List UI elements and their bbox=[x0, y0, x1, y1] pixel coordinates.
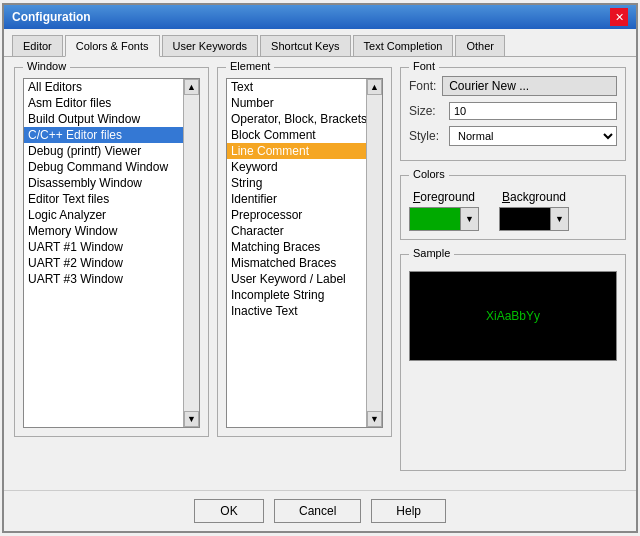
element-group: Element Text Number Operator, Block, Bra… bbox=[217, 67, 392, 437]
right-panel: Font Font: Courier New ... Size: Style: … bbox=[400, 67, 626, 477]
list-item[interactable]: Debug (printf) Viewer bbox=[24, 143, 183, 159]
list-item[interactable]: All Editors bbox=[24, 79, 183, 95]
font-label: Font: bbox=[409, 79, 442, 93]
size-input[interactable] bbox=[449, 102, 617, 120]
list-item[interactable]: Character bbox=[227, 223, 366, 239]
font-row: Font: Courier New ... bbox=[409, 76, 617, 96]
window-group-label: Window bbox=[23, 60, 70, 72]
style-label: Style: bbox=[409, 129, 449, 143]
background-label: Background bbox=[502, 190, 566, 204]
ok-button[interactable]: OK bbox=[194, 499, 264, 523]
list-item[interactable]: Incomplete String bbox=[227, 287, 366, 303]
scroll-down-arrow[interactable]: ▼ bbox=[184, 411, 199, 427]
dialog: Configuration ✕ Editor Colors & Fonts Us… bbox=[2, 3, 638, 533]
list-item[interactable]: Editor Text files bbox=[24, 191, 183, 207]
list-item[interactable]: Number bbox=[227, 95, 366, 111]
list-item[interactable]: Matching Braces bbox=[227, 239, 366, 255]
colors-group: Colors Foreground ▼ Background ▼ bbox=[400, 175, 626, 240]
sample-display: XiAaBbYy bbox=[409, 271, 617, 361]
list-item[interactable]: Disassembly Window bbox=[24, 175, 183, 191]
list-item[interactable]: Block Comment bbox=[227, 127, 366, 143]
foreground-dropdown-btn[interactable]: ▼ bbox=[460, 208, 478, 230]
window-list: All Editors Asm Editor files Build Outpu… bbox=[24, 79, 183, 427]
foreground-color-box[interactable] bbox=[410, 208, 460, 230]
title-bar: Configuration ✕ bbox=[4, 5, 636, 29]
list-item[interactable]: Line Comment bbox=[227, 143, 366, 159]
sample-group-label: Sample bbox=[409, 247, 454, 259]
font-picker-button[interactable]: Courier New ... bbox=[442, 76, 617, 96]
list-item[interactable]: Inactive Text bbox=[227, 303, 366, 319]
foreground-color-wrapper: ▼ bbox=[409, 207, 479, 231]
list-item[interactable]: Build Output Window bbox=[24, 111, 183, 127]
background-color-wrapper: ▼ bbox=[499, 207, 569, 231]
colors-row: Foreground ▼ Background ▼ bbox=[409, 190, 617, 231]
list-item[interactable]: UART #1 Window bbox=[24, 239, 183, 255]
element-list: Text Number Operator, Block, Brackets Bl… bbox=[227, 79, 366, 427]
style-row: Style: Normal Bold Italic Bold Italic bbox=[409, 126, 617, 146]
close-button[interactable]: ✕ bbox=[610, 8, 628, 26]
list-item[interactable]: Text bbox=[227, 79, 366, 95]
list-item[interactable]: Asm Editor files bbox=[24, 95, 183, 111]
tab-editor[interactable]: Editor bbox=[12, 35, 63, 56]
list-item[interactable]: Mismatched Braces bbox=[227, 255, 366, 271]
list-item[interactable]: C/C++ Editor files bbox=[24, 127, 183, 143]
element-group-label: Element bbox=[226, 60, 274, 72]
dialog-title: Configuration bbox=[12, 10, 91, 24]
size-row: Size: bbox=[409, 102, 617, 120]
scroll-up-arrow[interactable]: ▲ bbox=[367, 79, 382, 95]
list-item[interactable]: User Keyword / Label bbox=[227, 271, 366, 287]
list-item[interactable]: Identifier bbox=[227, 191, 366, 207]
list-item[interactable]: Keyword bbox=[227, 159, 366, 175]
tab-text-completion[interactable]: Text Completion bbox=[353, 35, 454, 56]
scroll-up-arrow[interactable]: ▲ bbox=[184, 79, 199, 95]
help-button[interactable]: Help bbox=[371, 499, 446, 523]
font-group: Font Font: Courier New ... Size: Style: … bbox=[400, 67, 626, 161]
list-item[interactable]: String bbox=[227, 175, 366, 191]
font-value-text: Courier New ... bbox=[449, 79, 529, 93]
element-list-container: Text Number Operator, Block, Brackets Bl… bbox=[226, 78, 383, 428]
background-color-item: Background ▼ bbox=[499, 190, 569, 231]
scroll-down-arrow[interactable]: ▼ bbox=[367, 411, 382, 427]
list-item[interactable]: Debug Command Window bbox=[24, 159, 183, 175]
background-dropdown-btn[interactable]: ▼ bbox=[550, 208, 568, 230]
list-item[interactable]: UART #2 Window bbox=[24, 255, 183, 271]
list-item[interactable]: UART #3 Window bbox=[24, 271, 183, 287]
tab-user-keywords[interactable]: User Keywords bbox=[162, 35, 259, 56]
window-scrollbar[interactable]: ▲ ▼ bbox=[183, 79, 199, 427]
tab-colors-fonts[interactable]: Colors & Fonts bbox=[65, 35, 160, 57]
tabs-bar: Editor Colors & Fonts User Keywords Shor… bbox=[4, 29, 636, 57]
foreground-label: Foreground bbox=[413, 190, 475, 204]
style-select[interactable]: Normal Bold Italic Bold Italic bbox=[449, 126, 617, 146]
background-color-box[interactable] bbox=[500, 208, 550, 230]
size-label: Size: bbox=[409, 104, 449, 118]
bottom-bar: OK Cancel Help bbox=[4, 490, 636, 531]
element-scrollbar[interactable]: ▲ ▼ bbox=[366, 79, 382, 427]
tab-shortcut-keys[interactable]: Shortcut Keys bbox=[260, 35, 350, 56]
window-group: Window All Editors Asm Editor files Buil… bbox=[14, 67, 209, 437]
tab-other[interactable]: Other bbox=[455, 35, 505, 56]
sample-text: XiAaBbYy bbox=[486, 309, 540, 323]
foreground-color-item: Foreground ▼ bbox=[409, 190, 479, 231]
font-group-label: Font bbox=[409, 60, 439, 72]
list-item[interactable]: Logic Analyzer bbox=[24, 207, 183, 223]
window-list-container: All Editors Asm Editor files Build Outpu… bbox=[23, 78, 200, 428]
sample-group: Sample XiAaBbYy bbox=[400, 254, 626, 471]
list-item[interactable]: Preprocessor bbox=[227, 207, 366, 223]
cancel-button[interactable]: Cancel bbox=[274, 499, 361, 523]
colors-group-label: Colors bbox=[409, 168, 449, 180]
list-item[interactable]: Memory Window bbox=[24, 223, 183, 239]
list-item[interactable]: Operator, Block, Brackets bbox=[227, 111, 366, 127]
